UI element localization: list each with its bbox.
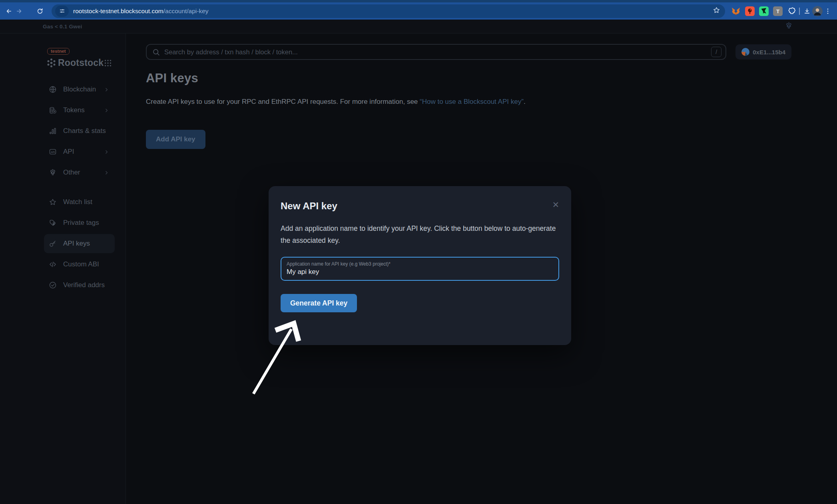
search-bar[interactable]: /: [146, 44, 726, 60]
svg-text:API: API: [51, 151, 55, 153]
download-icon[interactable]: [802, 6, 812, 16]
svg-text:T: T: [776, 8, 780, 14]
account-identicon: [741, 48, 749, 56]
rootstock-flower-icon: [46, 58, 56, 68]
sidebar-item-charts-stats[interactable]: Charts & stats: [44, 121, 115, 141]
search-icon: [152, 48, 160, 56]
chevron-right-icon: [104, 87, 109, 92]
t-extension-icon[interactable]: T: [773, 6, 783, 16]
url-domain: rootstock-testnet.blockscout.com: [73, 8, 163, 14]
coins-icon: [49, 106, 57, 114]
application-name-field[interactable]: Application name for API key (e.g Web3 p…: [281, 257, 559, 281]
browser-toolbar: rootstock-testnet.blockscout.com/account…: [0, 0, 837, 20]
new-api-key-modal: New API key ✕ Add an application name to…: [269, 186, 571, 345]
back-icon[interactable]: [4, 6, 14, 16]
url-text[interactable]: rootstock-testnet.blockscout.com/account…: [73, 8, 713, 15]
profile-avatar[interactable]: [812, 6, 823, 16]
add-api-key-button[interactable]: Add API key: [146, 130, 205, 149]
sidebar-item-label: Tokens: [63, 106, 85, 114]
extensions-puzzle-icon[interactable]: [787, 6, 797, 16]
sidebar-nav-main: BlockchainTokensCharts & statsAPIAPIOthe…: [0, 80, 126, 182]
search-shortcut-key: /: [711, 47, 721, 57]
sidebar-item-verified-addrs[interactable]: Verified addrs: [44, 276, 115, 295]
sidebar-item-other[interactable]: Other: [44, 163, 115, 182]
extensions-row: T: [731, 6, 797, 16]
code-icon: [49, 260, 57, 268]
application-name-label: Application name for API key (e.g Web3 p…: [287, 261, 553, 267]
sidebar-item-api-keys[interactable]: API keys: [44, 234, 115, 253]
sidebar-item-label: Verified addrs: [63, 281, 105, 289]
sidebar-item-label: Private tags: [63, 219, 99, 227]
chevron-right-icon: [104, 170, 109, 175]
screen: rootstock-testnet.blockscout.com/account…: [0, 0, 837, 504]
search-row: / 0xE1...15b4: [146, 44, 791, 60]
docs-link[interactable]: “How to use a Blockscout API key”: [420, 98, 524, 105]
fox-extension-icon[interactable]: [731, 6, 741, 16]
page-description: Create API keys to use for your RPC and …: [146, 97, 791, 106]
sidebar-nav-account: Watch listPrivate tagsAPI keysCustom ABI…: [0, 192, 126, 295]
sidebar-item-label: Blockchain: [63, 85, 96, 93]
star-icon: [49, 198, 57, 206]
modal-description: Add an application name to identify your…: [281, 222, 559, 246]
gear-icon: [49, 169, 57, 177]
sidebar-item-label: Other: [63, 169, 80, 177]
sidebar-item-api[interactable]: APIAPI: [44, 142, 115, 161]
generate-api-key-button[interactable]: Generate API key: [281, 294, 357, 312]
search-input[interactable]: [164, 48, 711, 56]
account-address: 0xE1...15b4: [753, 49, 785, 56]
sidebar-item-label: API keys: [63, 240, 90, 248]
url-path: /account/api-key: [163, 8, 209, 14]
site-topbar: Gas < 0.1 Gwei: [0, 20, 837, 34]
sidebar-item-label: Watch list: [63, 198, 92, 206]
sidebar: testnet Rootstock BlockchainTokensCharts…: [0, 34, 126, 504]
account-button[interactable]: 0xE1...15b4: [735, 44, 791, 60]
forward-icon[interactable]: [14, 6, 24, 16]
globe-icon: [49, 85, 57, 93]
red-extension-icon[interactable]: [745, 6, 755, 16]
chevron-right-icon: [104, 149, 109, 155]
bookmark-star-icon[interactable]: [713, 6, 720, 16]
bar-chart-icon: [49, 127, 57, 135]
brand-name[interactable]: Rootstock: [58, 58, 104, 68]
sidebar-item-tokens[interactable]: Tokens: [44, 101, 115, 120]
sidebar-item-custom-abi[interactable]: Custom ABI: [44, 255, 115, 274]
sidebar-item-watch-list[interactable]: Watch list: [44, 192, 115, 212]
logo-row: Rootstock: [0, 58, 126, 68]
api-badge-icon: API: [49, 148, 57, 156]
gas-tracker-label[interactable]: Gas < 0.1 Gwei: [43, 24, 82, 30]
network-badge: testnet: [47, 48, 70, 55]
green-extension-icon[interactable]: [759, 6, 769, 16]
sidebar-item-label: Charts & stats: [63, 127, 106, 135]
site-settings-icon[interactable]: [55, 6, 69, 17]
kebab-menu-icon[interactable]: [823, 6, 833, 16]
check-circle-icon: [49, 281, 57, 289]
description-text: Create API keys to use for your RPC and …: [146, 98, 420, 105]
close-icon[interactable]: ✕: [550, 200, 562, 210]
sidebar-item-label: Custom ABI: [63, 260, 99, 268]
chevron-right-icon: [104, 108, 109, 113]
url-bar[interactable]: rootstock-testnet.blockscout.com/account…: [52, 4, 725, 18]
key-icon: [49, 240, 57, 248]
gear-icon[interactable]: [785, 22, 793, 32]
tag-lock-icon: [49, 219, 57, 227]
reload-icon[interactable]: [35, 6, 45, 16]
description-period: .: [524, 98, 526, 105]
modal-header: New API key ✕: [281, 200, 559, 212]
apps-grid-icon[interactable]: [104, 59, 112, 67]
modal-title: New API key: [281, 200, 337, 212]
toolbar-divider: [799, 8, 800, 15]
application-name-input[interactable]: [287, 268, 553, 276]
sidebar-item-private-tags[interactable]: Private tags: [44, 213, 115, 232]
page-title: API keys: [146, 71, 791, 85]
sidebar-item-label: API: [63, 148, 74, 156]
sidebar-item-blockchain[interactable]: Blockchain: [44, 80, 115, 99]
